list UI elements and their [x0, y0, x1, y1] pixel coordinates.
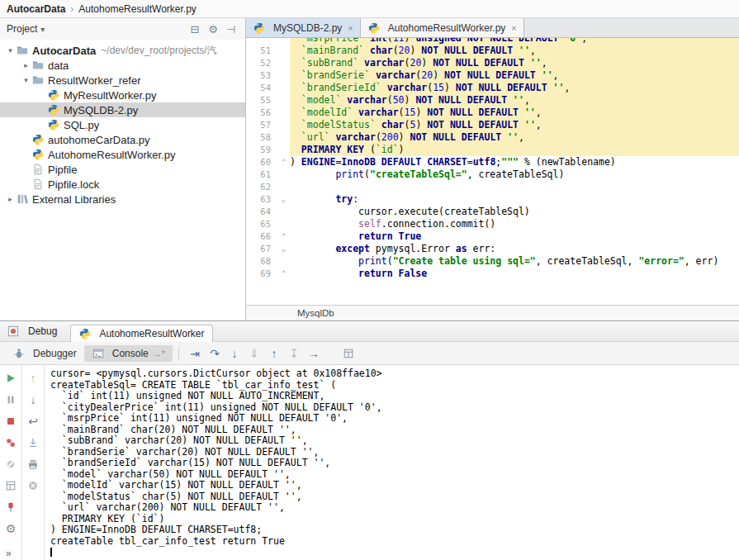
down-stack-icon[interactable]: ↓ — [23, 389, 43, 411]
python-icon — [253, 22, 266, 34]
tree-item[interactable]: MyResultWorker.py — [0, 88, 245, 102]
code-line: 65 self.connection.commit() — [246, 218, 739, 230]
close-icon[interactable]: × — [348, 23, 353, 33]
tree-arrow-icon[interactable]: ▸ — [21, 61, 31, 69]
tree-item[interactable]: AutohomeResultWorker.py — [0, 147, 245, 162]
tree-item[interactable]: Pipfile — [0, 162, 245, 177]
code-text: except pymysql.Error as err: — [290, 243, 739, 255]
tree-item[interactable]: ▸data — [0, 58, 245, 73]
breadcrumb-item-file[interactable]: AutohomeResultWorker.py — [78, 3, 197, 15]
fold-icon[interactable]: ⌄ — [277, 243, 290, 255]
console-output[interactable]: cursor= <pymysql.cursors.DictCursor obje… — [45, 365, 739, 560]
structure-breadcrumb[interactable]: MysqlDb — [297, 308, 334, 318]
line-number: 59 — [246, 144, 277, 156]
project-panel-header: Project ▾ ⊟ ⚙ ⊣ — [0, 18, 245, 40]
scroll-end-icon[interactable] — [23, 432, 43, 453]
hide-panel-icon[interactable]: ⊣ — [224, 23, 239, 36]
python-icon — [31, 134, 45, 145]
folder-icon — [16, 45, 29, 56]
console-line: `modelStatus` char(5) NOT NULL DEFAULT '… — [50, 491, 736, 503]
tree-arrow-icon[interactable]: ▸ — [5, 195, 16, 203]
step-into-icon[interactable]: ↓ — [225, 344, 244, 363]
tree-item[interactable]: MySQLDB-2.py — [0, 102, 245, 117]
tree-item[interactable]: ▸External Libraries — [0, 192, 245, 206]
code-line: 52 `subBrand` varchar(20) NOT NULL DEFAU… — [246, 57, 739, 69]
mute-breakpoints-icon[interactable] — [1, 453, 21, 475]
debugger-icon — [12, 348, 26, 359]
tree-item-label: MySQLDB-2.py — [64, 104, 138, 116]
breadcrumb-item-project[interactable]: AutocarData — [7, 3, 65, 15]
code-line: `msrpPrice` int(11) unsigned NOT NULL DE… — [246, 38, 739, 45]
console-line: `subBrand` varchar(20) NOT NULL DEFAULT … — [50, 435, 736, 447]
step-out-icon[interactable]: ↑ — [264, 344, 284, 363]
tree-item-path: ~/dev/dev_root/projects/汽 — [101, 44, 216, 58]
line-number: 68 — [246, 255, 277, 268]
code-text: `model` varchar(50) NOT NULL DEFAULT '', — [290, 94, 739, 107]
line-number: 63 — [246, 193, 277, 206]
soft-wrap-icon[interactable]: ↩ — [23, 411, 43, 432]
code-text: `brandSerieId` varchar(15) NOT NULL DEFA… — [290, 82, 739, 94]
python-icon — [47, 119, 60, 131]
code-line: 68 print("Create table using sql=", crea… — [246, 255, 739, 268]
code-text: `subBrand` varchar(20) NOT NULL DEFAULT … — [290, 57, 739, 69]
tab-console[interactable]: Console →* — [84, 345, 173, 362]
file-icon — [31, 164, 45, 175]
tree-item[interactable]: autohomeCarData.py — [0, 132, 245, 147]
console-toolbar: ↑↓↩ — [22, 365, 45, 560]
fold-icon[interactable]: ⌄ — [277, 193, 290, 206]
line-number: 60 — [246, 156, 277, 168]
tree-item[interactable]: SQL.py — [0, 117, 245, 132]
code-text: `modelStatus` char(5) NOT NULL DEFAULT '… — [290, 119, 739, 131]
settings-icon[interactable]: ⚙ — [206, 23, 220, 36]
console-line: createTable tbl_car_info_test return Tru… — [50, 536, 736, 548]
code-text: `url` varchar(200) NOT NULL DEFAULT '', — [290, 131, 739, 144]
code-text: PRIMARY KEY (`id`) — [290, 144, 739, 156]
restore-layout-icon[interactable] — [1, 475, 21, 496]
tab-mysqldb-2[interactable]: MySQLDB-2.py × — [246, 18, 361, 37]
collapse-all-icon[interactable]: ⊟ — [187, 23, 202, 36]
tree-item[interactable]: ▾ResultWorker_refer — [0, 73, 245, 88]
tree-item[interactable]: Pipfile.lock — [0, 177, 245, 192]
code-line: 59 PRIMARY KEY (`id`) — [246, 144, 739, 156]
project-panel-title[interactable]: Project — [7, 23, 37, 35]
python-icon — [47, 89, 60, 101]
editor-area: MySQLDB-2.py × AutohomeResultWorker.py ×… — [246, 18, 739, 320]
console-line: `model` varchar(50) NOT NULL DEFAULT '', — [50, 469, 736, 481]
print-icon[interactable] — [23, 453, 43, 475]
console-line: `brandSerieId` varchar(15) NOT NULL DEFA… — [50, 458, 736, 469]
code-text: return False — [290, 268, 739, 280]
view-breakpoints-icon[interactable] — [1, 432, 21, 453]
tree-item-label: ResultWorker_refer — [48, 74, 140, 87]
tab-debugger[interactable]: Debugger — [5, 345, 84, 362]
line-number: 51 — [246, 45, 277, 57]
debug-session-tab[interactable]: AutohomeResultWorker — [70, 325, 212, 342]
tree-arrow-icon[interactable]: ▾ — [5, 46, 16, 55]
tree-item[interactable]: ▾AutocarData~/dev/dev_root/projects/汽 — [0, 43, 245, 58]
stop-icon[interactable] — [1, 411, 21, 432]
line-number: 56 — [246, 107, 277, 119]
close-icon[interactable]: × — [511, 23, 516, 33]
chevron-down-icon[interactable]: ▾ — [40, 25, 45, 34]
clear-icon[interactable] — [23, 475, 43, 496]
pause-icon[interactable] — [1, 389, 21, 411]
tab-autohome-result-worker[interactable]: AutohomeResultWorker.py × — [361, 18, 524, 37]
code-editor[interactable]: `msrpPrice` int(11) unsigned NOT NULL DE… — [246, 38, 739, 305]
fold-icon[interactable]: ⌃ — [277, 268, 290, 280]
step-over-icon[interactable]: ↷ — [205, 344, 225, 363]
fold-icon[interactable]: ⌃ — [277, 230, 290, 243]
run-to-cursor-icon[interactable]: → — [304, 344, 324, 363]
more-icon[interactable]: » — [6, 548, 12, 559]
up-stack-icon[interactable]: ↑ — [23, 368, 43, 389]
show-execution-point-icon[interactable]: ⇥ — [185, 344, 205, 363]
tree-arrow-icon[interactable]: ▾ — [21, 76, 31, 84]
step-toolbar: ⇥↷↓⇓↑↧→ — [185, 344, 324, 363]
pin-icon[interactable] — [1, 496, 21, 518]
settings-icon[interactable]: ⚙ — [1, 518, 21, 539]
resume-icon[interactable] — [1, 368, 21, 389]
view-layout-icon[interactable] — [339, 344, 358, 363]
code-text: print("createTableSql=", createTableSql) — [290, 168, 739, 181]
force-step-into-icon[interactable]: ⇓ — [244, 344, 264, 363]
fold-icon[interactable]: ⌃ — [277, 156, 290, 168]
drop-frame-icon[interactable]: ↧ — [284, 344, 304, 363]
code-line: 64 cursor.execute(createTableSql) — [246, 206, 739, 218]
